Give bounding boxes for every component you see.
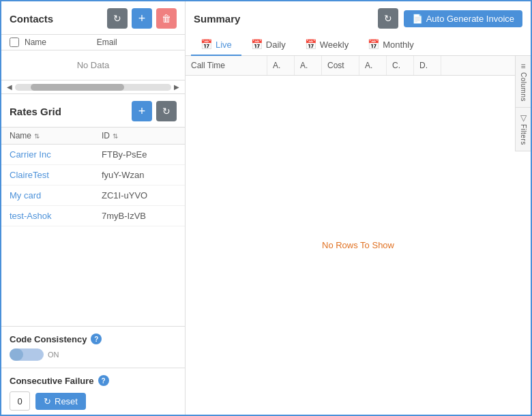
grid-col-c[interactable]: C. bbox=[387, 56, 414, 75]
refresh-icon: ↻ bbox=[113, 13, 121, 24]
tab-daily[interactable]: 📅Daily bbox=[241, 34, 295, 56]
summary-refresh-icon: ↻ bbox=[384, 13, 392, 24]
rates-table-header: Name ⇅ ID ⇅ bbox=[1, 127, 185, 145]
contacts-email-col-header: Email bbox=[97, 38, 177, 47]
rates-item-name[interactable]: test-Ashok bbox=[10, 211, 102, 221]
tabs-container: 📅Live📅Daily📅Weekly📅Monthly bbox=[186, 34, 531, 56]
consecutive-failure-section: Consecutive Failure ? 0 ↻ Reset bbox=[1, 368, 185, 415]
tab-daily-icon: 📅 bbox=[251, 39, 263, 50]
add-icon: + bbox=[138, 12, 146, 26]
toggle-thumb bbox=[10, 348, 23, 361]
data-grid: Call TimeA.A.CostA.C.D. No Rows To Show bbox=[186, 56, 531, 415]
grid-header: Call TimeA.A.CostA.C.D. bbox=[186, 56, 531, 76]
rates-item-name[interactable]: Carrier Inc bbox=[10, 149, 102, 160]
right-panel: Summary ↻ 📄 Auto Generate Invoice 📅Live📅… bbox=[186, 1, 531, 415]
rates-add-icon: + bbox=[138, 104, 146, 119]
consecutive-failure-help-icon[interactable]: ? bbox=[98, 375, 109, 386]
reset-label: Reset bbox=[55, 396, 78, 406]
consecutive-failure-value: 0 bbox=[10, 391, 30, 411]
tab-live-icon: 📅 bbox=[201, 39, 212, 50]
auto-invoice-label: Auto Generate Invoice bbox=[426, 14, 514, 24]
code-consistency-section: Code Consistency ? ON bbox=[1, 326, 185, 368]
rates-grid-buttons: + ↻ bbox=[132, 101, 177, 121]
scroll-right-arrow[interactable]: ▶ bbox=[174, 83, 179, 91]
left-panel: Contacts ↻ + 🗑 Name Email No Data ◀ ▶ bbox=[1, 1, 186, 415]
consecutive-failure-controls: 0 ↻ Reset bbox=[10, 391, 177, 411]
side-btn-columns[interactable]: ≡ Columns bbox=[516, 56, 531, 108]
tab-weekly-label: Weekly bbox=[320, 40, 349, 50]
rates-refresh-button[interactable]: ↻ bbox=[156, 101, 177, 121]
scroll-track[interactable] bbox=[15, 84, 171, 91]
rates-list-item: ClaireTest fyuY-Wzan bbox=[1, 165, 185, 185]
toggle-on-label: ON bbox=[48, 351, 59, 359]
summary-refresh-button[interactable]: ↻ bbox=[378, 8, 398, 29]
rates-item-id: fyuY-Wzan bbox=[102, 170, 177, 180]
tab-weekly[interactable]: 📅Weekly bbox=[295, 34, 358, 56]
rates-add-button[interactable]: + bbox=[132, 101, 152, 121]
contacts-add-button[interactable]: + bbox=[132, 8, 152, 29]
side-buttons: ≡ Columns ▽ Filters bbox=[515, 56, 531, 151]
tab-monthly[interactable]: 📅Monthly bbox=[358, 34, 424, 56]
rates-list-item: Carrier Inc FTBy-PsEe bbox=[1, 145, 185, 165]
grid-col-a2[interactable]: A. bbox=[295, 56, 322, 75]
reset-icon: ↻ bbox=[44, 396, 51, 406]
scroll-left-arrow[interactable]: ◀ bbox=[7, 83, 12, 91]
side-btn-columns-label: Columns bbox=[520, 72, 527, 102]
rates-list-item: test-Ashok 7myB-IzVB bbox=[1, 206, 185, 226]
grid-col-call_time[interactable]: Call Time bbox=[186, 56, 267, 75]
contacts-scrollbar: ◀ ▶ bbox=[1, 80, 185, 94]
tab-live-label: Live bbox=[216, 40, 232, 50]
grid-col-a1[interactable]: A. bbox=[267, 56, 295, 75]
contacts-header: Contacts ↻ + 🗑 bbox=[1, 1, 185, 34]
rates-name-col-header: Name ⇅ bbox=[10, 131, 102, 140]
rates-item-name[interactable]: ClaireTest bbox=[10, 170, 102, 180]
summary-title: Summary bbox=[194, 13, 372, 25]
side-btn-filters-icon: ▽ bbox=[520, 113, 527, 123]
code-consistency-label: Code Consistency ? bbox=[10, 333, 177, 344]
contacts-delete-button[interactable]: 🗑 bbox=[156, 8, 177, 29]
tab-monthly-icon: 📅 bbox=[368, 39, 379, 50]
contacts-table-header: Name Email bbox=[1, 34, 185, 50]
side-btn-filters-label: Filters bbox=[520, 124, 527, 145]
contacts-select-all-checkbox[interactable] bbox=[10, 38, 19, 47]
contacts-title: Contacts bbox=[10, 13, 103, 25]
delete-icon: 🗑 bbox=[162, 13, 171, 24]
tab-live[interactable]: 📅Live bbox=[191, 34, 241, 56]
rates-id-col-header: ID ⇅ bbox=[102, 131, 177, 140]
rates-grid-title: Rates Grid bbox=[10, 106, 132, 117]
data-grid-wrapper: Call TimeA.A.CostA.C.D. No Rows To Show … bbox=[186, 56, 531, 415]
consecutive-failure-reset-button[interactable]: ↻ Reset bbox=[35, 393, 86, 410]
rates-refresh-icon: ↻ bbox=[162, 106, 171, 117]
tab-weekly-icon: 📅 bbox=[305, 39, 316, 50]
summary-header: Summary ↻ 📄 Auto Generate Invoice bbox=[186, 1, 531, 34]
tab-daily-label: Daily bbox=[266, 40, 286, 50]
grid-col-a3[interactable]: A. bbox=[359, 56, 387, 75]
scroll-thumb bbox=[31, 84, 124, 91]
rates-grid-header: Rates Grid + ↻ bbox=[1, 94, 185, 127]
side-btn-columns-icon: ≡ bbox=[520, 61, 525, 71]
grid-col-d[interactable]: D. bbox=[414, 56, 441, 75]
invoice-icon: 📄 bbox=[412, 14, 423, 24]
code-consistency-toggle[interactable] bbox=[10, 348, 44, 361]
contacts-refresh-button[interactable]: ↻ bbox=[107, 8, 128, 29]
side-btn-filters[interactable]: ▽ Filters bbox=[516, 108, 531, 151]
consecutive-failure-label: Consecutive Failure ? bbox=[10, 375, 177, 386]
code-consistency-toggle-container: ON bbox=[10, 348, 177, 361]
tab-monthly-label: Monthly bbox=[383, 40, 414, 50]
contacts-name-col-header: Name bbox=[25, 38, 91, 47]
rates-item-id: FTBy-PsEe bbox=[102, 149, 177, 160]
grid-body: No Rows To Show bbox=[186, 76, 531, 415]
main-container: Contacts ↻ + 🗑 Name Email No Data ◀ ▶ bbox=[0, 0, 532, 416]
name-sort-icon[interactable]: ⇅ bbox=[34, 132, 40, 140]
rates-list-item: My card ZC1I-uYVO bbox=[1, 185, 185, 206]
rates-item-id: 7myB-IzVB bbox=[102, 211, 177, 221]
contacts-no-data: No Data bbox=[1, 50, 185, 80]
rates-list: Carrier Inc FTBy-PsEe ClaireTest fyuY-Wz… bbox=[1, 145, 185, 326]
grid-col-cost[interactable]: Cost bbox=[322, 56, 359, 75]
no-rows-text: No Rows To Show bbox=[322, 240, 394, 250]
rates-item-name[interactable]: My card bbox=[10, 190, 102, 200]
rates-item-id: ZC1I-uYVO bbox=[102, 190, 177, 200]
auto-generate-invoice-button[interactable]: 📄 Auto Generate Invoice bbox=[404, 10, 522, 27]
code-consistency-help-icon[interactable]: ? bbox=[91, 333, 102, 344]
id-sort-icon[interactable]: ⇅ bbox=[113, 132, 118, 140]
